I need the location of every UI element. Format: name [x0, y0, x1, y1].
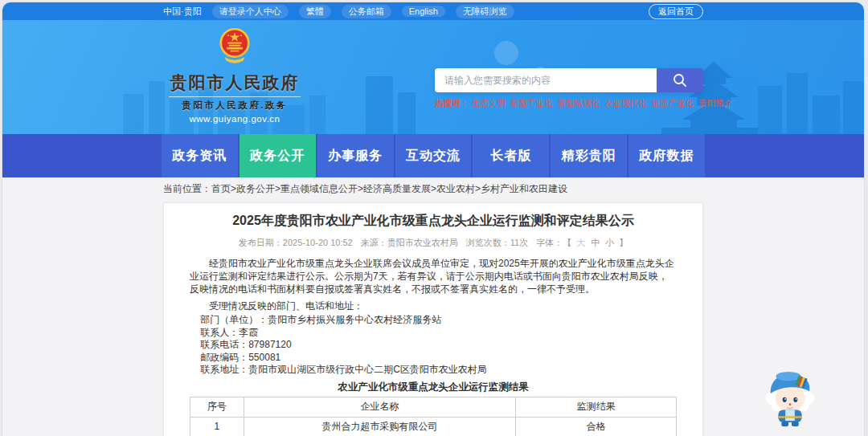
topbar-link[interactable]: 无障碍浏览: [456, 5, 514, 18]
hot-search-link[interactable]: 新型工业化: [510, 98, 553, 109]
results-table-caption: 农业产业化市级重点龙头企业运行监测结果: [190, 381, 677, 393]
article-card: 2025年度贵阳市农业产业化市级重点龙头企业运行监测和评定结果公示 发布日期：2…: [163, 202, 703, 436]
hot-search-label: 热搜词：: [435, 98, 469, 109]
publish-date: 发布日期：2025-10-20 10:52: [239, 237, 353, 249]
table-cell: 贵州合力超市采购有限公司: [244, 417, 516, 436]
table-row: 1贵州合力超市采购有限公司合格: [190, 417, 677, 436]
topbar-links: 中国·贵阳请登录个人中心繁體公务邮箱English无障碍浏览: [163, 5, 514, 18]
contact-line: 联系地址：贵阳市观山湖区市级行政中心二期C区贵阳市农业农村局: [190, 364, 677, 377]
breadcrumb: 当前位置：首页>政务公开>重点领域信息公开>经济高质量发展>农业农村>乡村产业和…: [163, 182, 703, 196]
nav-tab[interactable]: 政务资讯: [162, 134, 238, 177]
magnifier-icon: [672, 72, 688, 88]
return-home-button[interactable]: 返回首页: [649, 4, 703, 19]
table-header-cell: 序号: [190, 397, 244, 417]
hot-search-link[interactable]: 旅游产业化: [652, 98, 694, 109]
nav-tab[interactable]: 办事服务: [317, 134, 394, 177]
hot-search-link[interactable]: 贵阳简介: [698, 98, 732, 109]
results-table: 序号企业名称监测结果 1贵州合力超市采购有限公司合格2贵州友禾种业有限公司合格3…: [190, 397, 677, 436]
main-nav: 政务资讯政务公开办事服务互动交流长者版精彩贵阳政府数据: [2, 134, 864, 177]
hot-search-link[interactable]: 生态文明: [472, 98, 506, 109]
article-paragraph: 经贵阳市农业产业化市级重点龙头企业联席会议成员单位审定，现对2025年开展的农业…: [190, 257, 677, 295]
article-title: 2025年度贵阳市农业产业化市级重点龙头企业运行监测和评定结果公示: [190, 213, 677, 229]
article-meta: 发布日期：2025-10-20 10:52 来源：贵阳市农业农村局 浏览次数：1…: [190, 237, 677, 249]
font-size-bracket: 】: [619, 237, 628, 249]
topbar-link[interactable]: 中国·贵阳: [163, 6, 202, 18]
hot-search-row: 热搜词： 生态文明新型工业化新型城镇化农业现代化旅游产业化贵阳简介: [435, 98, 703, 109]
hot-search-link[interactable]: 农业现代化: [604, 98, 647, 109]
topbar-link[interactable]: 公务邮箱: [342, 5, 391, 18]
contact-line: 联系人：李霞: [190, 327, 677, 340]
font-size-option[interactable]: 小: [605, 237, 614, 249]
table-cell: 合格: [516, 417, 677, 436]
contact-info-block: 部门（单位）：贵阳市乡村振兴服务中心农村经济服务站联系人：李霞联系电话：8798…: [190, 314, 677, 377]
site-logo[interactable]: 贵阳市人民政府 贵阳市人民政府.政务 www.guiyang.gov.cn: [167, 25, 302, 124]
nav-tab[interactable]: 政务公开: [240, 134, 316, 177]
site-window: 中国·贵阳请登录个人中心繁體公务邮箱English无障碍浏览 返回首页: [2, 2, 864, 436]
article-source: 来源：贵阳市农业农村局: [361, 237, 458, 249]
national-emblem-icon: [216, 25, 253, 67]
search-button[interactable]: [657, 68, 703, 92]
breadcrumb-trail[interactable]: 首页>政务公开>重点领域信息公开>经济高质量发展>农业农村>乡村产业和农田建设: [211, 183, 567, 194]
font-size-option[interactable]: 中: [591, 237, 600, 249]
nav-tab[interactable]: 精彩贵阳: [551, 134, 627, 177]
search-area: 热搜词： 生态文明新型工业化新型城镇化农业现代化旅游产业化贵阳简介: [435, 68, 703, 109]
table-header-cell: 企业名称: [244, 397, 516, 417]
breadcrumb-label: 当前位置：: [163, 183, 211, 194]
contact-line: 部门（单位）：贵阳市乡村振兴服务中心农村经济服务站: [190, 314, 677, 327]
site-url: www.guiyang.gov.cn: [167, 114, 302, 124]
top-utility-bar: 中国·贵阳请登录个人中心繁體公务邮箱English无障碍浏览 返回首页: [2, 2, 864, 20]
view-count: 浏览次数：11次: [466, 237, 528, 249]
assistant-mascot-icon: [763, 365, 817, 426]
topbar-link[interactable]: 请登录个人中心: [212, 5, 289, 18]
topbar-link[interactable]: English: [402, 6, 445, 17]
nav-tab[interactable]: 长者版: [473, 134, 549, 177]
article-paragraph: 受理情况反映的部门、电话和地址：: [190, 299, 677, 312]
assistant-mascot[interactable]: [763, 365, 817, 426]
header-banner: 贵阳市人民政府 贵阳市人民政府.政务 www.guiyang.gov.cn: [2, 20, 864, 134]
topbar-link[interactable]: 繁體: [299, 5, 331, 18]
nav-tab[interactable]: 政府数据: [628, 134, 705, 177]
hot-search-links: 生态文明新型工业化新型城镇化农业现代化旅游产业化贵阳简介: [472, 98, 732, 109]
site-subtitle: 贵阳市人民政府.政务: [167, 100, 302, 112]
contact-line: 邮政编码：550081: [190, 352, 677, 365]
site-title: 贵阳市人民政府: [167, 71, 302, 94]
table-header-cell: 监测结果: [516, 397, 677, 417]
font-size-label: 字体：【: [536, 237, 571, 249]
contact-line: 联系电话：87987120: [190, 339, 677, 352]
font-size-option[interactable]: 大: [576, 237, 585, 249]
table-header-row: 序号企业名称监测结果: [190, 397, 677, 417]
hot-search-link[interactable]: 新型城镇化: [558, 98, 600, 109]
table-cell: 1: [190, 417, 244, 436]
content-area: 当前位置：首页>政务公开>重点领域信息公开>经济高质量发展>农业农村>乡村产业和…: [2, 177, 864, 436]
nav-tab[interactable]: 互动交流: [395, 134, 472, 177]
search-input[interactable]: [435, 68, 657, 92]
logo-divider: [169, 96, 301, 97]
